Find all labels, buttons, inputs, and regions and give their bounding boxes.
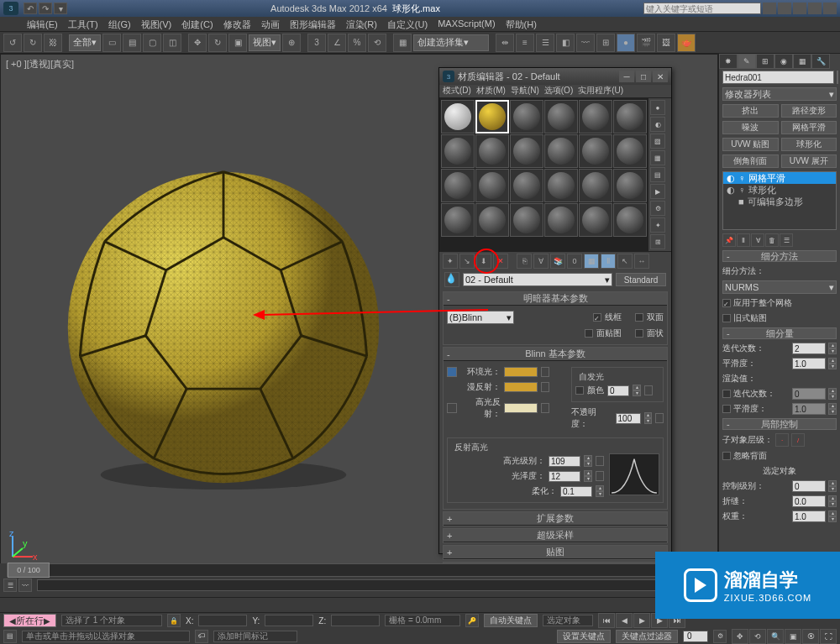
spinner[interactable]: ▴▾ — [828, 358, 837, 369]
render-frame-icon[interactable]: 🖼 — [657, 34, 675, 52]
me-menu-material[interactable]: 材质(M) — [476, 85, 506, 97]
reset-map-icon[interactable]: ✕ — [493, 254, 508, 269]
material-slot[interactable] — [510, 169, 543, 202]
time-config-icon[interactable]: ⚙ — [713, 630, 727, 643]
material-editor-icon[interactable]: ● — [617, 34, 635, 52]
angle-snap-icon[interactable]: ∠ — [328, 34, 346, 52]
graphite-icon[interactable]: ◧ — [556, 34, 575, 52]
help-icon[interactable] — [763, 3, 776, 14]
opacity-field[interactable] — [616, 413, 641, 424]
old-map-check[interactable] — [722, 314, 731, 322]
faceted-check[interactable] — [635, 329, 643, 338]
material-slot[interactable] — [613, 100, 647, 134]
motion-tab-icon[interactable]: ◉ — [774, 54, 793, 69]
unique-icon[interactable]: ∀ — [751, 233, 764, 247]
material-slot[interactable] — [441, 134, 475, 168]
percent-snap-icon[interactable]: % — [348, 34, 366, 52]
autokey-button[interactable]: 自动关键点 — [484, 614, 538, 627]
material-slot[interactable] — [475, 169, 509, 202]
link-icon[interactable]: ⛓ — [44, 34, 62, 52]
lock-ambient-diffuse[interactable] — [447, 367, 457, 377]
material-slot-selected[interactable] — [475, 100, 509, 134]
snap-icon[interactable]: 3 — [307, 34, 326, 52]
utilities-tab-icon[interactable]: 🔧 — [811, 54, 830, 69]
material-slot[interactable] — [441, 203, 475, 237]
setkey-button[interactable]: 设置关键点 — [557, 630, 611, 643]
material-slot[interactable] — [544, 134, 578, 168]
goto-start-icon[interactable]: ⏮ — [598, 613, 615, 628]
zoom-icon[interactable]: 🔍 — [767, 629, 784, 644]
make-copy-icon[interactable]: ⎘ — [517, 254, 532, 269]
opacity-map-btn[interactable] — [655, 413, 664, 423]
close-icon[interactable]: ✕ — [653, 71, 668, 82]
material-slot[interactable] — [579, 203, 612, 237]
show-map-icon[interactable]: ▦ — [584, 254, 599, 269]
menu-create[interactable]: 创建(C) — [178, 17, 216, 31]
hierarchy-tab-icon[interactable]: ⊞ — [756, 54, 774, 69]
create-tab-icon[interactable]: ✸ — [719, 54, 738, 69]
facemap-check[interactable] — [585, 329, 593, 338]
selfillum-map-btn[interactable] — [644, 385, 653, 395]
viewport-label[interactable]: [ +0 ][透视][真实] — [6, 58, 74, 71]
material-slot[interactable] — [544, 169, 578, 202]
qat-btn[interactable]: ↶ — [24, 3, 37, 14]
star-icon[interactable] — [778, 3, 791, 14]
mod-btn[interactable]: 路径变形 — [781, 104, 837, 118]
y-coord[interactable] — [265, 615, 313, 626]
remove-mod-icon[interactable]: 🗑 — [765, 233, 779, 247]
maximize-icon[interactable]: □ — [636, 71, 651, 82]
spinner[interactable]: ▴▾ — [828, 480, 837, 492]
spec-level-field[interactable] — [549, 456, 580, 467]
material-editor-titlebar[interactable]: 3 材质编辑器 - 02 - Default ─ □ ✕ — [439, 68, 671, 85]
redo-icon[interactable]: ↻ — [24, 34, 42, 52]
render-smooth-check[interactable] — [722, 405, 731, 413]
lock-selection-icon[interactable]: 🔒 — [167, 614, 181, 627]
schematic-icon[interactable]: ⊞ — [596, 34, 615, 52]
subdiv-method-dropdown[interactable]: NURMS▾ — [722, 280, 837, 294]
menu-tools[interactable]: 工具(T) — [65, 17, 102, 31]
undo-icon[interactable]: ↺ — [3, 34, 22, 52]
location-button[interactable]: ◀ 所在行 ▶ — [3, 614, 56, 627]
material-slot[interactable] — [510, 134, 543, 168]
crease-field[interactable] — [792, 495, 826, 507]
script-listener-icon[interactable]: ▤ — [3, 630, 17, 643]
prev-frame-icon[interactable]: ◀ — [616, 613, 633, 628]
me-menu-utils[interactable]: 实用程序(U) — [578, 85, 623, 97]
material-name-dropdown[interactable]: 02 - Default▾ — [463, 273, 612, 286]
play-icon[interactable]: ▶ — [633, 613, 650, 628]
menu-view[interactable]: 视图(V) — [138, 17, 176, 31]
menu-render[interactable]: 渲染(R) — [343, 17, 381, 31]
rotate-icon[interactable]: ↻ — [208, 34, 227, 52]
select-name-icon[interactable]: ▤ — [123, 34, 141, 52]
put-to-lib-icon[interactable]: 📚 — [550, 254, 565, 269]
sample-uv-icon[interactable]: ▦ — [650, 150, 665, 165]
mod-btn[interactable]: 噪波 — [722, 121, 779, 134]
pick-from-object-icon[interactable]: 💧 — [444, 272, 459, 287]
render-icon[interactable]: 🫖 — [677, 34, 696, 52]
spinner[interactable]: ▴▾ — [828, 495, 837, 507]
backlight-icon[interactable]: ◐ — [650, 117, 665, 132]
specular-color[interactable] — [504, 403, 538, 413]
selfillum-field[interactable] — [607, 385, 629, 396]
menu-custom[interactable]: 自定义(U) — [384, 17, 431, 31]
weight-field[interactable] — [792, 510, 826, 522]
glossiness-field[interactable] — [549, 471, 580, 482]
material-slot[interactable] — [510, 203, 543, 237]
selfillum-color-check[interactable] — [575, 386, 584, 395]
spinner[interactable]: ▴▾ — [644, 412, 653, 424]
time-tag-icon[interactable]: 🏷 — [195, 630, 208, 643]
control-level-field[interactable] — [792, 480, 826, 492]
material-slot[interactable] — [441, 100, 475, 134]
select-by-mat-icon[interactable]: ✦ — [650, 217, 665, 233]
material-slot[interactable] — [475, 134, 509, 168]
time-slider-knob[interactable]: 0 / 100 — [8, 563, 50, 578]
mirror-icon[interactable]: ⇹ — [496, 34, 514, 52]
diffuse-color[interactable] — [504, 382, 538, 392]
mod-btn[interactable]: 网格平滑 — [781, 121, 837, 134]
align-icon[interactable]: ≡ — [516, 34, 534, 52]
maximize-icon[interactable] — [808, 3, 822, 14]
menu-help[interactable]: 帮助(H) — [502, 17, 540, 31]
named-selection-sets[interactable]: 创建选择集 ▾ — [413, 34, 489, 51]
qat-btn[interactable]: ▾ — [54, 3, 67, 14]
material-slot[interactable] — [441, 169, 475, 202]
